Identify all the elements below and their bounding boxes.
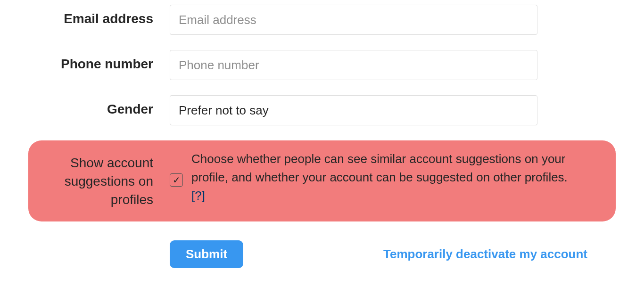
phone-input-col [170, 50, 537, 80]
suggestions-description: Choose whether people can see similar ac… [191, 152, 568, 184]
email-input-col [170, 5, 537, 35]
check-icon: ✓ [173, 175, 181, 185]
email-input[interactable] [170, 5, 537, 35]
gender-label-col: Gender [28, 95, 170, 117]
email-label-col: Email address [28, 5, 170, 26]
phone-label-col: Phone number [28, 50, 170, 72]
gender-input-col [170, 95, 537, 125]
phone-row: Phone number [28, 50, 616, 80]
submit-button[interactable]: Submit [170, 240, 243, 268]
edit-profile-form: Email address Phone number Gender Show a… [0, 5, 644, 268]
email-label: Email address [64, 11, 153, 26]
phone-input[interactable] [170, 50, 537, 80]
suggestions-content: ✓ Choose whether people can see similar … [170, 150, 616, 205]
gender-select[interactable] [170, 95, 537, 125]
suggestions-label-col: Show account suggestions on profiles [28, 150, 170, 209]
suggestions-label: Show account suggestions on profiles [65, 156, 153, 207]
suggestions-help-link[interactable]: [?] [191, 188, 205, 203]
deactivate-link[interactable]: Temporarily deactivate my account [383, 247, 616, 262]
action-row: Submit Temporarily deactivate my account [28, 240, 616, 268]
suggestions-description-wrap: Choose whether people can see similar ac… [191, 150, 578, 205]
phone-label: Phone number [61, 57, 153, 71]
suggestions-checkbox[interactable]: ✓ [170, 173, 183, 187]
suggestions-row: Show account suggestions on profiles ✓ C… [28, 140, 616, 221]
gender-label: Gender [107, 102, 153, 116]
gender-row: Gender [28, 95, 616, 125]
email-row: Email address [28, 5, 616, 35]
